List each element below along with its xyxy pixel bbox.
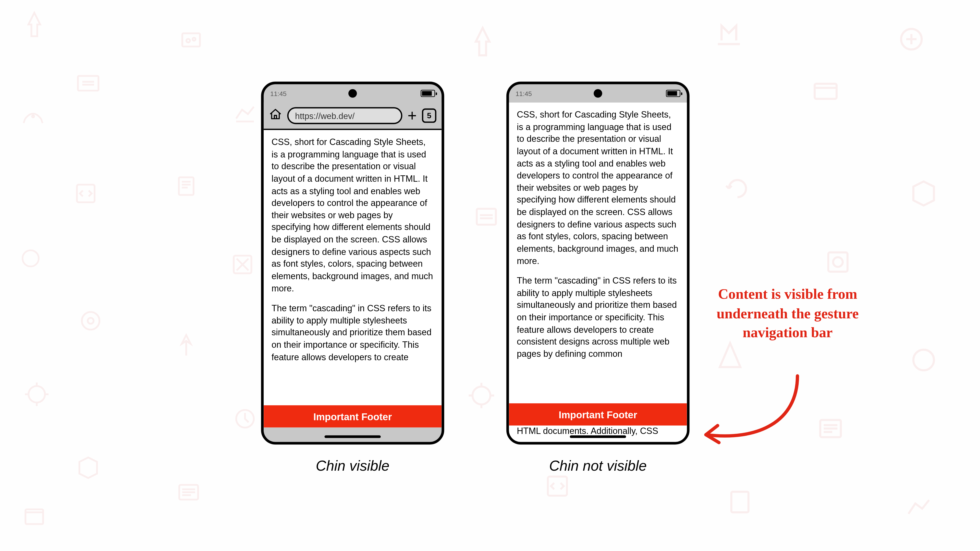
- footer-label: Important Footer: [558, 409, 637, 420]
- sticky-footer[interactable]: Important Footer: [509, 403, 687, 426]
- gesture-nav-bar-icon[interactable]: [570, 435, 626, 438]
- new-tab-button[interactable]: +: [408, 108, 417, 124]
- annotation-arrow-icon: [693, 369, 811, 454]
- paragraph: CSS, short for Cascading Style Sheets, i…: [517, 109, 679, 267]
- caption-left: Chin visible: [261, 458, 444, 475]
- page-viewport[interactable]: CSS, short for Cascading Style Sheets, i…: [264, 130, 441, 427]
- camera-hole-icon: [593, 89, 602, 98]
- status-bar: 11:45: [509, 84, 687, 103]
- phone-chin-not-visible: 11:45 CSS, short for Cascading Style She…: [506, 81, 690, 445]
- url-text: https://web.dev/: [295, 111, 355, 121]
- status-time: 11:45: [270, 90, 286, 97]
- status-bar: 11:45: [264, 84, 441, 103]
- page-viewport[interactable]: CSS, short for Cascading Style Sheets, i…: [509, 103, 687, 442]
- phone-chin-visible: 11:45 https://web.dev/ + 5 CSS, short fo…: [261, 81, 444, 445]
- paragraph: The term "cascading" in CSS refers to it…: [517, 275, 679, 360]
- annotation-text: Content is visible from underneath the g…: [709, 284, 866, 343]
- paragraph: The term "cascading" in CSS refers to it…: [272, 303, 434, 364]
- footer-label: Important Footer: [313, 411, 392, 422]
- page-content: CSS, short for Cascading Style Sheets, i…: [264, 130, 441, 378]
- gesture-nav-bar-icon[interactable]: [325, 435, 381, 438]
- home-icon[interactable]: [269, 108, 282, 124]
- browser-chin: [264, 427, 441, 442]
- browser-toolbar: https://web.dev/ + 5: [264, 103, 441, 130]
- tab-count-button[interactable]: 5: [422, 108, 436, 123]
- paragraph: CSS, short for Cascading Style Sheets, i…: [272, 137, 434, 295]
- camera-hole-icon: [348, 89, 357, 98]
- battery-icon: [421, 90, 435, 97]
- tab-count-value: 5: [427, 111, 431, 120]
- url-input[interactable]: https://web.dev/: [287, 107, 402, 124]
- caption-right: Chin not visible: [506, 458, 690, 475]
- battery-icon: [666, 90, 680, 97]
- status-time: 11:45: [515, 90, 532, 97]
- page-content: CSS, short for Cascading Style Sheets, i…: [509, 103, 687, 375]
- sticky-footer[interactable]: Important Footer: [264, 405, 441, 427]
- content-under-nav: HTML documents. Additionally, CSS: [509, 426, 687, 442]
